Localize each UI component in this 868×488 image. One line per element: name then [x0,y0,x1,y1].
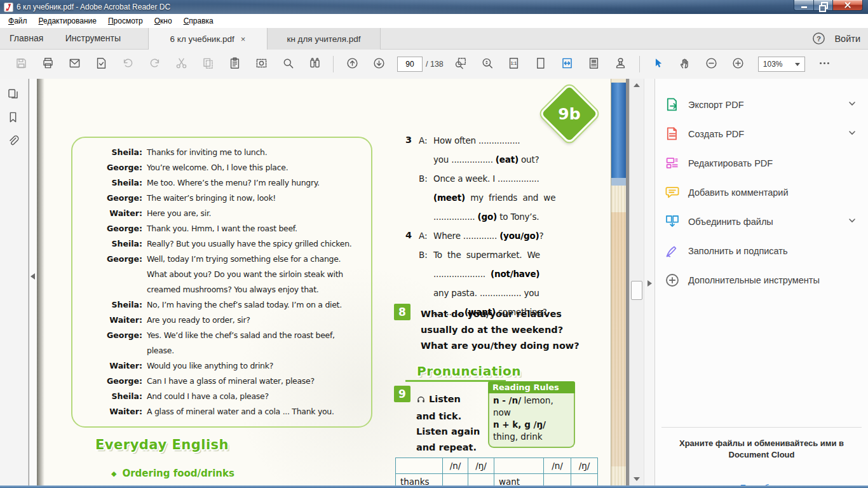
tab-home[interactable]: Главная [0,28,53,49]
fit-width-button[interactable] [560,57,575,72]
dialogue-speaker: Sheila: [76,236,142,252]
sign-document-button[interactable] [93,57,109,72]
print-button[interactable] [40,57,55,72]
zoom-in-button[interactable] [731,57,746,72]
selection-tool-button[interactable] [651,57,666,72]
tab-close-icon[interactable] [241,35,246,43]
scrolling-mode-button[interactable] [587,57,602,72]
actual-size-button[interactable]: 1:1 [506,57,522,72]
dialogue-row: George:Well, today I’m trying something … [76,252,366,297]
comment-icon [665,185,680,200]
single-page-button[interactable] [533,57,548,72]
gap-fill-text: ................ (go) to Tony’s. [433,212,539,222]
attachments-icon [7,138,19,149]
menu-item[interactable]: Окно [149,17,178,25]
more-tools-icon [818,57,831,72]
minimize-button[interactable] [794,0,814,11]
next-page-icon [373,57,385,72]
restore-button[interactable] [814,0,832,11]
scroll-down-arrow-icon[interactable] [634,477,640,481]
exercise-line: any pasta. ................ you [405,287,600,306]
collapse-left-arrow-icon[interactable] [31,273,35,280]
table-header-cell [396,458,443,474]
dialogue-speaker: Sheila: [76,389,142,404]
book-page-edge [611,79,626,485]
scrollbar-thumb[interactable] [631,281,642,300]
chevron-down-icon [795,63,800,66]
menu-item[interactable]: Редактирование [33,17,102,25]
snapshot-icon [255,57,268,72]
zoom-out-button[interactable] [704,57,719,72]
chevron-down-icon[interactable] [848,216,857,227]
titlebar: 6 кл учебник.pdf - Adobe Acrobat Reader … [0,0,868,14]
panel-divider [661,427,862,428]
expand-right-arrow-icon[interactable] [648,280,652,287]
tool-fill-sign[interactable]: Заполнить и подписать [655,236,868,266]
paste-button[interactable] [227,57,242,72]
gap-fill-text: any pasta. ................ you [433,288,539,298]
tool-create-pdf[interactable]: Создать PDF [655,119,868,149]
close-button[interactable] [832,0,863,11]
menu-item[interactable]: Справка [178,17,219,25]
close-icon [844,1,851,9]
tab-tools[interactable]: Инструменты [56,28,130,49]
zoom-level-value: 103% [763,60,783,69]
tabbar-right: ? Войти [812,28,860,49]
advanced-search-button[interactable] [307,57,322,72]
dialogue-box: Sheila:Thanks for inviting me to lunch.G… [71,137,372,428]
tool-combine-files[interactable]: Объединить файлы [655,207,868,236]
tool-export-pdf[interactable]: Экспорт PDF [655,90,868,119]
document-tab[interactable]: кн для учителя.pdf [268,28,381,50]
actual-size-icon: 1:1 [508,57,520,72]
table-header-cell: /n/ [443,458,468,474]
previous-page-button[interactable] [344,57,360,72]
more-tools-button[interactable] [817,57,832,72]
document-tab-active[interactable]: 6 кл учебник.pdf [148,28,268,50]
next-page-button[interactable] [371,57,386,72]
search-button[interactable] [280,57,295,72]
vertical-scrollbar[interactable] [629,79,644,485]
table-header-cell: /ŋ/ [571,458,598,474]
toolbar-separator [333,56,334,72]
window-bottom-border [0,485,868,488]
print-icon [42,57,54,72]
minimize-icon [801,6,807,8]
exercise-line: 4A:Where ............. (you/go)? [405,230,600,249]
page-number-input[interactable] [397,57,423,72]
sign-doc-icon [95,57,107,72]
marquee-zoom-button[interactable] [453,57,468,72]
menu-item[interactable]: Файл [3,17,33,25]
dialogue-speaker: George: [76,191,142,206]
menubar: ФайлРедактированиеПросмотрОкноСправка [0,14,868,28]
dynamic-zoom-button[interactable] [480,57,495,72]
attachments-button[interactable] [7,135,21,149]
table-row: thankswant [396,474,598,486]
select-tool-icon [652,57,664,72]
help-icon[interactable]: ? [812,32,825,45]
right-panel-splitter[interactable] [644,79,655,485]
page-thumbnails-button[interactable] [7,88,21,102]
chevron-down-icon[interactable] [848,128,857,140]
tool-label: Редактировать PDF [688,158,857,168]
sign-in-button[interactable]: Войти [834,34,860,44]
bookmarks-button[interactable] [7,111,21,125]
tool-add-comment[interactable]: Добавить комментарий [655,178,868,207]
stamp-button[interactable] [613,57,628,72]
chevron-down-icon[interactable] [848,99,857,111]
document-tab-label: 6 кл учебник.pdf [170,34,234,44]
dialogue-text: No, I’m having the chef’s salad today. I… [147,297,366,313]
menu-item[interactable]: Просмотр [102,17,149,25]
scroll-up-arrow-icon[interactable] [634,83,640,87]
window-controls [794,0,863,11]
zoom-level-dropdown[interactable]: 103% [758,57,805,72]
acrobat-app-icon [4,3,13,12]
hand-tool-button[interactable] [677,57,693,72]
adv-search-icon [309,57,321,72]
dialogue-text: Thanks for inviting me to lunch. [147,145,366,160]
tool-more-tools[interactable]: Дополнительные инструменты [655,266,868,295]
exercise-8-text: What do you/your relativesusually do at … [421,306,580,354]
tool-edit-pdf[interactable]: Редактировать PDF [655,149,868,178]
left-panel-splitter[interactable] [29,79,37,485]
snapshot-button[interactable] [254,57,269,72]
email-button[interactable] [67,57,82,72]
